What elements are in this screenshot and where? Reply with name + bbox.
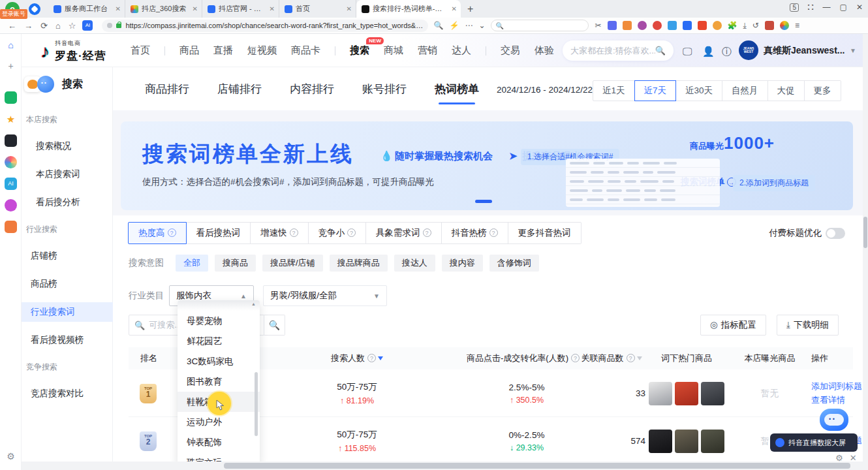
range-more[interactable]: 更多 [805, 80, 841, 101]
zoom-page-icon[interactable]: 🔍 [433, 21, 443, 30]
menu-item[interactable]: 交易 [501, 44, 520, 57]
header-search-users[interactable]: 搜索人数? [292, 347, 422, 369]
sidebar-item[interactable]: 看后搜分析 [22, 193, 113, 212]
range-1d[interactable]: 近1天 [593, 80, 635, 101]
login-account-badge[interactable]: 登录账号 [0, 9, 27, 19]
global-search-input[interactable]: 大家都在搜:猜你喜欢... 🔍 [563, 40, 674, 61]
tab-close-icon[interactable]: ✕ [116, 5, 121, 12]
carousel-indicator[interactable] [475, 200, 492, 203]
extension-icon[interactable] [683, 21, 692, 30]
dropdown-option[interactable]: 母婴宠物 [178, 311, 260, 331]
product-thumb[interactable] [675, 382, 698, 405]
rail-add-icon[interactable]: + [5, 60, 17, 72]
home-icon[interactable]: ⌂ [55, 21, 61, 31]
intent-chip[interactable]: 搜内容 [442, 255, 483, 272]
theme-icon[interactable]: ⛚ [808, 3, 814, 12]
range-30d[interactable]: 近30天 [676, 80, 722, 101]
maximize-button[interactable]: ▢ [840, 3, 847, 12]
help-icon[interactable]: ? [168, 228, 176, 237]
rail-app-icon[interactable] [5, 221, 17, 233]
metric-config-button[interactable]: ◎指标配置 [700, 315, 766, 336]
range-promo[interactable]: 大促 [768, 80, 805, 101]
url-field[interactable]: https://compass.jinritemai.com/shop/chan… [102, 20, 428, 32]
chip[interactable]: 具象需求词? [366, 222, 442, 244]
account-avatar[interactable]: JEANS WEST [739, 40, 758, 60]
help-icon[interactable]: ? [627, 354, 635, 362]
add-word-link[interactable]: 添加词到标题 [811, 380, 862, 394]
mail-extension-icon[interactable] [668, 21, 677, 30]
product-thumb[interactable] [701, 382, 724, 405]
product-thumb[interactable] [675, 430, 698, 453]
rail-app-icon[interactable] [5, 156, 17, 168]
sidebar-item[interactable]: 店铺榜 [22, 246, 113, 266]
promo-banner[interactable]: 搜索词榜单全新上线 💧 随时掌握最热搜索机会 ➤ 提升商品曝光 使用方式：选择合… [121, 121, 853, 210]
horizontal-scrollbar[interactable] [22, 462, 863, 470]
range-7d-active[interactable]: 近7天 [634, 80, 677, 101]
profile-icon[interactable] [780, 21, 789, 30]
sidebar-item[interactable]: 商品榜 [22, 274, 113, 294]
help-icon[interactable]: ? [347, 228, 356, 237]
menu-item[interactable]: 商品 [179, 44, 199, 57]
range-month[interactable]: 自然月 [722, 80, 768, 101]
dropdown-option[interactable]: 钟表配饰 [178, 432, 260, 452]
sort-desc-icon[interactable] [378, 356, 383, 360]
extension-icon[interactable] [623, 21, 632, 30]
browser-tab[interactable]: 抖店_360搜索 ✕ [125, 0, 202, 18]
menu-item[interactable]: 营销 [418, 44, 437, 57]
menu-item[interactable]: 体验 [535, 44, 554, 57]
extension-icon[interactable] [608, 21, 617, 30]
menu-item[interactable]: 商城 [384, 44, 403, 57]
briefcase-icon[interactable] [765, 21, 774, 30]
dropdown-option[interactable]: 图书教育 [178, 371, 260, 392]
monitor-icon[interactable]: 🖵 [683, 46, 692, 57]
puzzle-extensions-icon[interactable]: 🧩 [728, 21, 737, 30]
fox-extension-icon[interactable] [713, 21, 722, 30]
rail-app-icon[interactable] [5, 134, 17, 147]
rail-star-icon[interactable]: ★ [5, 113, 17, 125]
intent-all-active[interactable]: 全部 [176, 255, 208, 272]
assistant-tooltip[interactable]: 抖音直播数据大屏 [770, 433, 858, 452]
sort-icon[interactable] [637, 356, 642, 360]
view-detail-link[interactable]: 查看详情 [811, 394, 845, 407]
menu-item[interactable]: 商品卡 [291, 44, 320, 57]
chip[interactable]: 增速快? [251, 222, 309, 244]
intent-chip[interactable]: 含修饰词 [489, 255, 539, 272]
intent-chip[interactable]: 搜商品 [215, 255, 256, 272]
reload-icon[interactable]: ⟳ [40, 21, 48, 31]
forward-icon[interactable]: → [24, 21, 33, 31]
undo-icon[interactable]: ↺ [752, 21, 759, 30]
tab-account-rank[interactable]: 账号排行 [362, 82, 407, 97]
assistant-robot-icon[interactable] [820, 409, 850, 436]
extension-icon[interactable] [638, 21, 647, 30]
download-manager-icon[interactable]: ⤓ [743, 21, 747, 30]
expand-icon[interactable]: ⌄ [478, 21, 485, 30]
horizontal-scrollbar-thumb[interactable] [224, 463, 850, 469]
flash-icon[interactable]: ⚡ [449, 21, 459, 30]
back-icon[interactable]: ← [8, 21, 16, 31]
chip-hot-active[interactable]: 热度高? [128, 222, 187, 244]
product-thumb[interactable] [649, 382, 672, 405]
ai-assistant-icon[interactable]: AI [82, 20, 93, 31]
intent-chip[interactable]: 搜品牌/店铺 [262, 255, 323, 272]
sidebar-item[interactable]: 竞店搜索对比 [22, 384, 113, 403]
menu-item[interactable]: 直播 [213, 44, 233, 57]
new-tab-button[interactable]: + [467, 3, 473, 15]
menu-item-home[interactable]: 首页 [131, 44, 150, 57]
sidebar-item[interactable]: 搜索概况 [22, 136, 113, 156]
browser-tab[interactable]: 服务商工作台 ✕ [48, 0, 125, 18]
chip[interactable]: 竞争小? [309, 222, 367, 244]
tab-hotword-rank-active[interactable]: 热词榜单 [435, 82, 479, 97]
help-icon[interactable]: ? [489, 228, 498, 237]
dropdown-scroll-up-icon[interactable] [178, 300, 260, 311]
browser-tab[interactable]: 首页 ✕ [279, 0, 356, 18]
menu-item-search-active[interactable]: 搜索 NEW [350, 44, 369, 57]
tab-close-icon[interactable]: ✕ [347, 5, 352, 12]
paid-toggle-switch[interactable] [826, 228, 845, 239]
word-search-button[interactable]: 🔍 [264, 315, 285, 336]
user-icon[interactable]: 👤 [702, 46, 715, 57]
help-icon[interactable]: ? [423, 228, 431, 237]
chip[interactable]: 看后搜热词 [187, 222, 251, 244]
product-thumb[interactable] [649, 430, 672, 453]
menu-item[interactable]: 达人 [452, 44, 471, 57]
menu-item[interactable]: 短视频 [247, 44, 277, 57]
